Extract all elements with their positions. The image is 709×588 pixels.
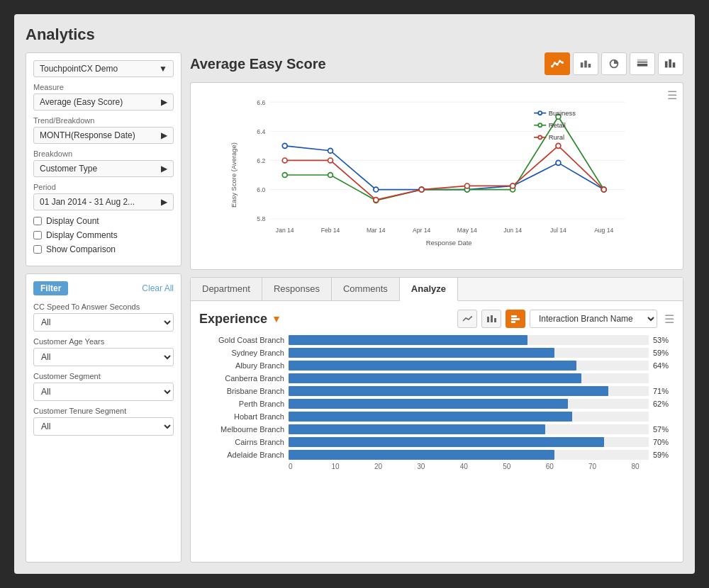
bar-label: Canberra Branch xyxy=(199,374,284,383)
svg-rect-7 xyxy=(588,64,591,67)
breakdown-label: Breakdown xyxy=(33,149,174,158)
bar-pct: 59% xyxy=(653,349,674,357)
bar-track xyxy=(289,450,649,460)
svg-text:Retail: Retail xyxy=(549,121,566,129)
bar-fill xyxy=(289,437,604,447)
bar-track xyxy=(289,386,649,396)
line-chart-btn[interactable] xyxy=(545,52,570,75)
bar-track xyxy=(289,412,649,422)
svg-point-44 xyxy=(328,173,333,178)
pie-chart-btn[interactable] xyxy=(601,52,627,75)
cc-speed-select[interactable]: All xyxy=(33,313,174,332)
tab-comments[interactable]: Comments xyxy=(332,278,400,300)
bar-label: Albury Branch xyxy=(199,361,284,370)
svg-text:5.8: 5.8 xyxy=(257,215,265,222)
bar-pct: 53% xyxy=(653,336,674,344)
period-label: Period xyxy=(33,183,174,191)
svg-rect-72 xyxy=(511,318,520,320)
column-chart-btn[interactable] xyxy=(658,52,683,75)
trend-dropdown[interactable]: MONTH(Response Date) ▶ xyxy=(33,127,174,144)
svg-point-53 xyxy=(374,198,379,203)
analyze-line-btn[interactable] xyxy=(457,310,477,328)
svg-rect-69 xyxy=(491,315,493,322)
bar-label: Sydney Branch xyxy=(199,349,284,357)
svg-text:Jun 14: Jun 14 xyxy=(503,227,522,234)
list-item: Adelaide Branch59% xyxy=(199,450,674,460)
bar-label: Cairns Branch xyxy=(199,438,284,446)
x-axis-labels: 0 10 20 30 40 50 60 70 80 xyxy=(289,463,674,470)
display-comments-checkbox[interactable] xyxy=(33,231,42,239)
customer-segment-select[interactable]: All xyxy=(33,383,174,401)
show-comparison-label: Show Comparison xyxy=(46,244,116,254)
svg-text:Feb 14: Feb 14 xyxy=(321,227,340,234)
cc-speed-label: CC Speed To Answer Seconds xyxy=(33,303,174,311)
bar-label: Gold Coast Branch xyxy=(199,336,284,344)
analyze-bar-btn[interactable] xyxy=(481,310,501,328)
tab-analyze[interactable]: Analyze xyxy=(400,278,458,301)
page-title: Analytics xyxy=(26,26,683,44)
customer-tenure-select[interactable]: All xyxy=(33,417,174,436)
svg-rect-73 xyxy=(511,321,515,323)
customer-age-select[interactable]: All xyxy=(33,348,174,366)
list-item: Canberra Branch xyxy=(199,373,674,383)
chart-header: Average Easy Score xyxy=(190,52,683,75)
bar-track xyxy=(289,437,649,447)
list-item: Albury Branch64% xyxy=(199,361,674,371)
svg-rect-6 xyxy=(584,61,587,68)
svg-point-35 xyxy=(282,143,287,148)
svg-point-54 xyxy=(419,187,424,192)
period-dropdown[interactable]: 01 Jan 2014 - 31 Aug 2... ▶ xyxy=(33,193,174,210)
chart-menu-icon[interactable]: ☰ xyxy=(667,89,677,102)
chevron-down-icon: ▼ xyxy=(159,64,167,74)
bar-fill xyxy=(289,361,576,371)
demo-dropdown[interactable]: TouchpointCX Demo ▼ xyxy=(33,60,174,77)
bar-chart-area: Gold Coast Branch53%Sydney Branch59%Albu… xyxy=(199,335,674,460)
svg-point-63 xyxy=(538,123,542,127)
filter-funnel-icon[interactable]: ▼ xyxy=(272,313,281,324)
show-comparison-checkbox[interactable] xyxy=(33,245,42,254)
svg-text:Easy Score (Average): Easy Score (Average) xyxy=(230,142,238,208)
chevron-right-icon: ▶ xyxy=(161,97,167,107)
analyze-title: Experience ▼ xyxy=(199,312,281,327)
trend-value: MONTH(Response Date) xyxy=(40,130,135,140)
svg-rect-70 xyxy=(494,318,496,322)
svg-rect-11 xyxy=(637,60,647,61)
list-item: Cairns Branch70% xyxy=(199,437,674,447)
bar-track xyxy=(289,399,649,409)
customer-tenure-label: Customer Tenure Segment xyxy=(33,407,174,415)
svg-text:6.4: 6.4 xyxy=(257,128,265,135)
svg-text:Mar 14: Mar 14 xyxy=(367,227,386,234)
svg-point-3 xyxy=(559,60,562,63)
bar-fill xyxy=(289,424,545,434)
tab-responses[interactable]: Responses xyxy=(262,278,332,300)
measure-label: Measure xyxy=(33,83,174,91)
svg-point-57 xyxy=(556,143,561,148)
svg-point-0 xyxy=(551,65,554,68)
svg-text:Apr 14: Apr 14 xyxy=(413,227,430,234)
svg-point-55 xyxy=(464,183,469,188)
list-item: Sydney Branch59% xyxy=(199,348,674,358)
bar-track xyxy=(289,335,649,345)
stacked-bar-btn[interactable] xyxy=(630,52,655,75)
bar-pct: 62% xyxy=(653,400,674,408)
clear-all-button[interactable]: Clear All xyxy=(142,283,174,293)
tab-department[interactable]: Department xyxy=(191,278,262,300)
svg-rect-5 xyxy=(581,62,584,67)
display-count-checkbox[interactable] xyxy=(33,217,42,225)
bar-fill xyxy=(289,412,572,422)
chevron-right-icon2: ▶ xyxy=(161,130,167,140)
svg-point-60 xyxy=(538,111,542,115)
chart-type-buttons xyxy=(545,52,683,75)
breakdown-dropdown[interactable]: Customer Type ▶ xyxy=(33,160,174,177)
analyze-horiz-btn[interactable] xyxy=(506,310,525,328)
customer-segment-label: Customer Segment xyxy=(33,372,174,380)
bar-chart-btn[interactable] xyxy=(573,52,598,75)
svg-point-56 xyxy=(510,183,515,188)
analyze-menu-icon[interactable]: ☰ xyxy=(664,312,674,326)
analyze-content: Experience ▼ xyxy=(191,301,683,562)
svg-rect-68 xyxy=(487,317,489,322)
measure-dropdown[interactable]: Average (Easy Score) ▶ xyxy=(33,94,174,111)
bar-label: Melbourne Branch xyxy=(199,425,284,434)
branch-select[interactable]: Interaction Branch Name xyxy=(530,310,657,328)
svg-point-43 xyxy=(282,173,287,178)
